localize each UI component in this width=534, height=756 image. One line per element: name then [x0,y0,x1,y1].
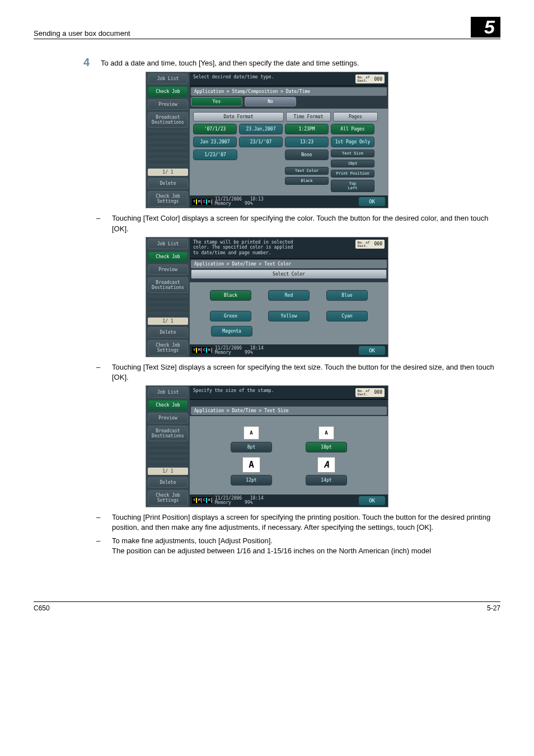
color-green[interactable]: Green [210,311,251,321]
page-indicator: 1/ 1 [148,318,188,325]
chapter-number: 5 [471,17,500,38]
preview-tab[interactable]: Preview [148,413,188,423]
toner-y-icon: Y [192,199,196,205]
color-yellow[interactable]: Yellow [268,311,310,321]
job-list-tab[interactable]: Job List [148,73,188,84]
size-glyph-10pt: A [318,426,334,440]
page-indicator: 1/ 1 [148,468,188,475]
side-filler [148,130,188,166]
no-button[interactable]: No [245,97,296,106]
job-list-tab[interactable]: Job List [148,387,188,398]
dest-counter: No. of Dest. 000 [355,74,385,83]
page-number: 5-27 [487,604,500,612]
size-14pt[interactable]: 14pt [306,475,347,486]
size-12pt[interactable]: 12pt [231,475,272,486]
time-opt[interactable]: 13:23 [285,137,329,147]
text-color-label[interactable]: Text Color [285,167,329,175]
footer-datetime: 11/21/2006 18:14 Memory 99% [215,346,264,355]
color-cyan[interactable]: Cyan [326,311,368,321]
color-blue[interactable]: Blue [326,290,368,301]
color-black[interactable]: Black [210,290,251,301]
step-number: 4 [78,56,90,69]
ok-button[interactable]: OK [358,197,386,207]
date-opt[interactable]: 1/23/'07 [193,150,237,160]
date-opt[interactable]: 23/1/'07 [239,137,283,147]
running-head: Sending a user box document 5 [34,17,500,39]
side-panel: Job List Check Job Preview Broadcast Des… [146,72,190,208]
color-magenta[interactable]: Magenta [211,326,252,337]
toner-levels: Y M C K [192,199,212,205]
size-8pt[interactable]: 8pt [231,442,272,452]
side-filler [148,295,188,315]
size-glyph-8pt: A [243,426,259,440]
broadcast-tab[interactable]: Broadcast Destinations [148,277,188,293]
size-glyph-12pt: A [242,457,260,473]
ok-button[interactable]: OK [358,346,386,356]
time-opt[interactable]: 1:23PM [285,124,329,134]
panel-text-size: Job List Check Job Preview Broadcast Des… [146,386,388,507]
panel-text-color: Job List Check Job Preview Broadcast Des… [146,237,388,357]
check-settings-button[interactable]: Check Job Settings [148,191,188,207]
bullet-text-color: –Touching [Text Color] displays a screen… [112,213,500,234]
color-red[interactable]: Red [268,290,310,301]
delete-button[interactable]: Delete [148,327,188,338]
preview-tab[interactable]: Preview [148,99,188,110]
delete-button[interactable]: Delete [148,178,188,189]
toner-c-icon: C [202,199,207,205]
model-name: C650 [34,604,50,612]
date-opt[interactable]: Jan 23,2007 [193,137,237,147]
check-job-tab[interactable]: Check Job [148,400,188,410]
side-filler [148,444,188,465]
toner-k-icon: K [207,199,212,205]
breadcrumb: Application > Date/Time > Text Color [191,260,387,268]
toner-levels: Y M C K [192,497,212,503]
breadcrumb: Application > Date/Time > Text Size [191,407,387,415]
bullet-print-position: –Touching [Print Position] displays a sc… [112,512,500,533]
step-text: To add a date and time, touch [Yes], and… [101,56,359,67]
pages-opt[interactable]: 1st Page Only [331,137,374,147]
pages-opt[interactable]: All Pages [331,124,374,134]
side-panel: Job List Check Job Preview Broadcast Des… [146,386,190,507]
date-opt[interactable]: 23.Jan,2007 [239,124,283,134]
footer-datetime: 11/21/2006 18:13 Memory 99% [215,197,264,206]
print-pos-label[interactable]: Print Position [331,170,374,178]
message-text: Specify the size of the stamp. [193,388,274,394]
toner-levels: Y M C K [192,347,212,353]
broadcast-tab[interactable]: Broadcast Destinations [148,112,188,128]
text-color-value: Black [285,177,329,185]
panel-datetime: Job List Check Job Preview Broadcast Des… [146,72,388,208]
bullet-adjust-position: –To make fine adjustments, touch [Adjust… [112,536,500,556]
footer-datetime: 11/21/2006 18:14 Memory 99% [215,496,264,505]
dest-counter: No. of Dest. 000 [355,388,385,397]
dest-counter: No. of Dest. 000 [355,240,385,249]
message-text: The stamp will be printed in selected co… [193,240,293,256]
time-opt-none[interactable]: None [285,150,329,160]
pages-header: Pages [333,112,378,122]
side-panel: Job List Check Job Preview Broadcast Des… [146,237,190,357]
yes-button[interactable]: Yes [191,97,242,106]
check-job-tab[interactable]: Check Job [148,86,188,97]
page-indicator: 1/ 1 [148,169,188,176]
bullet-text-size: –Touching [Text Size] displays a screen … [112,362,500,382]
text-size-value: 10pt [331,160,374,167]
breadcrumb: Application > Stamp/Composition > Date/T… [191,87,387,96]
print-pos-value: Top Left [331,180,374,192]
date-format-header: Date Format [193,112,284,122]
check-settings-button[interactable]: Check Job Settings [148,340,188,356]
select-color-header: Select Color [191,269,387,279]
message-bar: Select desired date/time type. No. of De… [190,72,388,86]
check-settings-button[interactable]: Check Job Settings [148,490,188,506]
time-format-header: Time Format [286,112,331,122]
preview-tab[interactable]: Preview [148,264,188,275]
page-footer: C650 5-27 [34,601,500,612]
delete-button[interactable]: Delete [148,477,188,488]
broadcast-tab[interactable]: Broadcast Destinations [148,426,188,441]
size-10pt[interactable]: 10pt [306,442,347,452]
text-size-label[interactable]: Text Size [331,150,374,157]
running-head-left: Sending a user box document [34,29,130,38]
check-job-tab[interactable]: Check Job [148,251,188,262]
date-opt[interactable]: '07/1/23 [193,124,237,134]
ok-button[interactable]: OK [358,496,386,506]
size-glyph-14pt: A [317,457,335,473]
job-list-tab[interactable]: Job List [148,239,188,249]
